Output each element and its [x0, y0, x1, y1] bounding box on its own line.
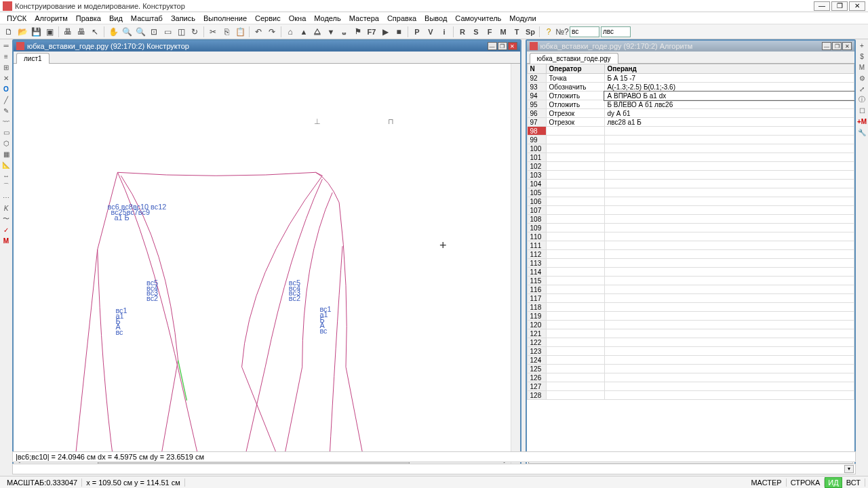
canvas-vscroll[interactable] — [511, 64, 520, 465]
paste-icon[interactable]: 📋 — [234, 26, 246, 38]
refresh-icon[interactable]: ↻ — [189, 26, 201, 38]
rtool-dollar-icon[interactable]: $ — [857, 52, 867, 61]
vtool-pen-icon[interactable]: ✎ — [1, 106, 11, 115]
col-operator[interactable]: Оператор — [546, 64, 604, 74]
print2-icon[interactable]: 🖶 — [75, 26, 87, 38]
table-row[interactable]: 120 — [527, 321, 854, 329]
down-icon[interactable]: ▼ — [325, 26, 337, 38]
s-button[interactable]: S — [470, 26, 482, 38]
panel-close-button[interactable]: ✕ — [508, 42, 517, 50]
vtool-k-icon[interactable]: K — [1, 203, 11, 213]
maximize-button[interactable]: ❐ — [831, 1, 848, 11]
vtool-arc-icon[interactable]: ⌒ — [1, 182, 11, 191]
table-row[interactable]: 102 — [527, 162, 854, 171]
sp-button[interactable]: Sp — [524, 26, 536, 38]
table-row[interactable]: 126 — [527, 373, 854, 382]
zoom-icon[interactable]: 🔍 — [121, 26, 133, 38]
play-icon[interactable]: ▶ — [379, 26, 391, 38]
table-row[interactable]: 112 — [527, 250, 854, 259]
m-button[interactable]: M — [497, 26, 509, 38]
vtool-m-icon[interactable]: М — [1, 236, 11, 245]
rtool-plus-icon[interactable]: + — [857, 41, 867, 50]
p-button[interactable]: P — [411, 26, 423, 38]
v-button[interactable]: V — [425, 26, 437, 38]
zoomrect-icon[interactable]: ▭ — [161, 26, 174, 38]
zoomfit-icon[interactable]: ⊡ — [148, 26, 160, 38]
cursor-icon[interactable]: ↖ — [89, 26, 101, 38]
vtool-grid-icon[interactable]: ▦ — [1, 149, 11, 159]
menu-help[interactable]: Справка — [383, 13, 420, 24]
f-button[interactable]: F — [484, 26, 496, 38]
command-bar[interactable]: ▾ — [12, 464, 856, 474]
vtool2-icon[interactable]: ≡ — [1, 52, 11, 61]
table-row[interactable]: 111 — [527, 241, 854, 250]
vtool-more-icon[interactable]: ⋯ — [1, 192, 11, 202]
redo-icon[interactable]: ↷ — [266, 26, 278, 38]
menu-execute[interactable]: Выполнение — [199, 13, 251, 24]
algorithm-panel-title[interactable]: юбка_вставки_годе.pgy (92:170:2) Алгорит… — [527, 41, 854, 52]
menu-service[interactable]: Сервис — [251, 13, 285, 24]
panel-min-button[interactable]: — — [822, 42, 831, 50]
i-button[interactable]: i — [438, 26, 450, 38]
command-dropdown-icon[interactable]: ▾ — [844, 465, 854, 473]
constructor-panel-title[interactable]: юбка_вставки_годе.pgy (92:170:2) Констру… — [14, 41, 520, 52]
bottom-icon[interactable]: ⩊ — [338, 26, 351, 38]
table-row[interactable]: 96Отрезокdy А б1 — [527, 109, 854, 118]
undo-icon[interactable]: ↶ — [252, 26, 264, 38]
vtool-dim-icon[interactable]: ↔ — [1, 171, 11, 180]
flag-icon[interactable]: ⚑ — [352, 26, 364, 38]
rtool-setting-icon[interactable]: ⚙ — [857, 73, 867, 83]
table-row[interactable]: 105 — [527, 188, 854, 197]
table-row[interactable]: 127 — [527, 382, 854, 391]
rtool-box-icon[interactable]: ☐ — [857, 106, 867, 115]
zoomout-icon[interactable]: 🔍 — [134, 26, 146, 38]
table-row[interactable]: 104 — [527, 180, 854, 188]
menu-view[interactable]: Вид — [105, 13, 127, 24]
menu-windows[interactable]: Окна — [285, 13, 311, 24]
table-row[interactable]: 100 — [527, 144, 854, 153]
menu-record[interactable]: Запись — [167, 13, 199, 24]
table-row[interactable]: 118 — [527, 303, 854, 312]
table-row[interactable]: 97Отрезоклвс28 a1 Б — [527, 118, 854, 127]
menu-edit[interactable]: Правка — [72, 13, 105, 24]
save-icon[interactable]: 💾 — [30, 26, 42, 38]
f7-button[interactable]: F7 — [366, 26, 378, 38]
table-row[interactable]: 94ОтложитьА ВПРАВО Б a1 dx — [527, 92, 854, 100]
table-row[interactable]: 107 — [527, 206, 854, 215]
panel-max-button[interactable]: ❐ — [832, 42, 842, 50]
hand-icon[interactable]: ✋ — [107, 26, 119, 38]
t-button[interactable]: T — [511, 26, 523, 38]
table-row[interactable]: 110 — [527, 232, 854, 241]
table-row[interactable]: 113 — [527, 259, 854, 268]
combo1-input[interactable] — [570, 26, 599, 37]
panel-min-button[interactable]: — — [488, 42, 497, 50]
close-button[interactable]: ✕ — [849, 1, 865, 11]
menu-start[interactable]: ПУСК — [3, 13, 31, 24]
whatsthis-icon[interactable]: №? — [556, 26, 568, 38]
table-row[interactable]: 101 — [527, 153, 854, 162]
menu-model[interactable]: Модель — [310, 13, 344, 24]
algorithm-table[interactable]: N Оператор Операнд 92ТочкаБ А 15 -793Обо… — [527, 64, 854, 450]
vtool3-icon[interactable]: ⊞ — [1, 62, 11, 72]
col-operand[interactable]: Операнд — [604, 64, 854, 74]
vtool-rect-icon[interactable]: ▭ — [1, 127, 11, 137]
vtool-o-icon[interactable]: O — [1, 84, 11, 94]
vtool-line-icon[interactable]: ╱ — [1, 95, 11, 104]
table-row[interactable]: 121 — [527, 329, 854, 338]
stop-icon[interactable]: ■ — [393, 26, 405, 38]
table-row[interactable]: 109 — [527, 224, 854, 232]
table-row[interactable]: 119 — [527, 312, 854, 321]
col-n[interactable]: N — [527, 64, 546, 74]
rtool-info-icon[interactable]: ⓘ — [857, 95, 867, 104]
menu-modules[interactable]: Модули — [505, 13, 540, 24]
table-row[interactable]: 122 — [527, 338, 854, 347]
panel-max-button[interactable]: ❐ — [498, 42, 507, 50]
rtool-m-icon[interactable]: M — [857, 62, 867, 72]
table-row[interactable]: 106 — [527, 197, 854, 206]
up-icon[interactable]: ▲ — [298, 26, 310, 38]
vtool-check-icon[interactable]: ✓ — [1, 225, 11, 235]
print-icon[interactable]: 🖶 — [62, 26, 74, 38]
saveall-icon[interactable]: ▣ — [43, 26, 56, 38]
table-row[interactable]: 114 — [527, 268, 854, 277]
table-row[interactable]: 93ОбозначитьА(-1.3;-2.5) Б(0.1;-3.6) — [527, 83, 854, 92]
